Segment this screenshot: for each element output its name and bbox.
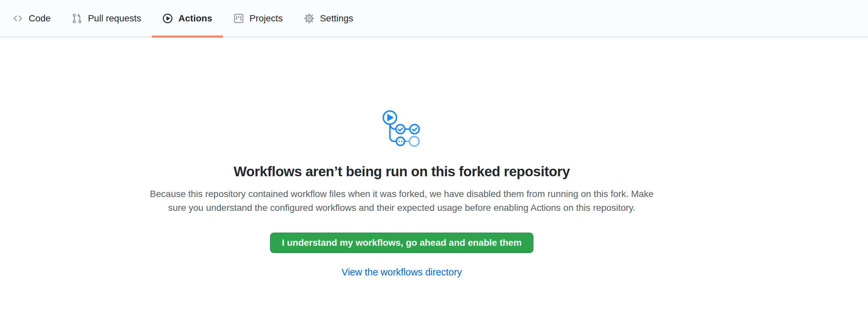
actions-blankslate: Workflows aren’t being run on this forke… xyxy=(0,37,868,278)
tab-code[interactable]: Code xyxy=(2,0,61,37)
tab-pull-requests[interactable]: Pull requests xyxy=(61,0,152,37)
active-tab-underline xyxy=(152,36,223,37)
description-line: sure you understand the configured workf… xyxy=(0,201,803,215)
enable-workflows-button[interactable]: I understand my workflows, go ahead and … xyxy=(270,232,533,253)
tab-label: Projects xyxy=(250,13,283,24)
description-line: Because this repository contained workfl… xyxy=(0,187,803,201)
git-pull-request-icon xyxy=(72,13,82,24)
tab-settings[interactable]: Settings xyxy=(293,0,364,37)
blankslate-description: Because this repository contained workfl… xyxy=(0,187,803,215)
tab-label: Settings xyxy=(320,13,353,24)
play-circle-icon xyxy=(162,13,173,24)
tab-projects[interactable]: Projects xyxy=(223,0,293,37)
tab-actions[interactable]: Actions xyxy=(152,0,223,37)
project-board-icon xyxy=(234,13,244,24)
tab-label: Pull requests xyxy=(88,13,141,24)
tab-label: Actions xyxy=(179,13,212,24)
workflow-graphic-icon xyxy=(382,110,421,147)
blankslate-heading: Workflows aren’t being run on this forke… xyxy=(0,163,803,180)
repo-tab-nav: Code Pull requests Actions xyxy=(0,0,868,37)
gear-icon xyxy=(304,13,314,24)
code-icon xyxy=(12,13,23,24)
view-workflows-directory-link[interactable]: View the workflows directory xyxy=(341,267,462,277)
tab-label: Code xyxy=(29,13,51,24)
